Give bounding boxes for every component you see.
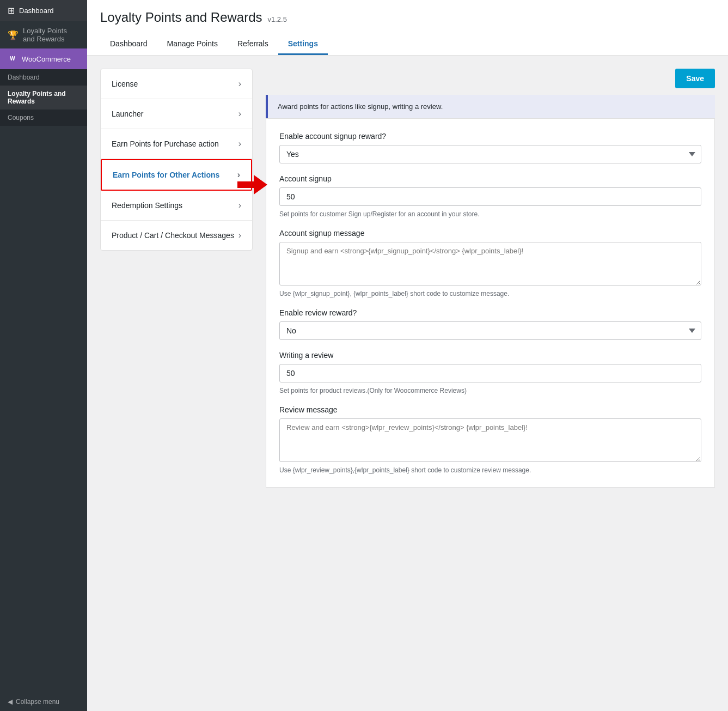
menu-item-earn-purchase[interactable]: Earn Points for Purchase action ›: [101, 129, 252, 159]
chevron-right-icon: ›: [238, 79, 241, 89]
save-button[interactable]: Save: [675, 69, 715, 88]
signup-message-hint: Use {wlpr_signup_point}, {wlpr_points_la…: [279, 290, 701, 297]
arrow-annotation: [237, 175, 267, 195]
sidebar-item-dashboard[interactable]: ⊞ Dashboard: [0, 0, 87, 21]
sidebar-sub-label: Loyalty Points and Rewards: [8, 90, 79, 105]
sidebar-item-woo-dashboard[interactable]: Dashboard: [0, 69, 87, 86]
tab-manage-points[interactable]: Manage Points: [157, 34, 228, 55]
review-message-group: Review message Use {wlpr_review_points},…: [279, 405, 701, 474]
signup-reward-label: Enable account signup reward?: [279, 132, 701, 141]
menu-item-license[interactable]: License ›: [101, 69, 252, 99]
left-menu-panel: License › Launcher › Earn Points for Pur…: [100, 69, 253, 251]
signup-message-textarea[interactable]: [279, 242, 701, 285]
review-reward-select[interactable]: No Yes: [279, 321, 701, 340]
signup-reward-select[interactable]: Yes No: [279, 145, 701, 163]
review-reward-label: Enable review reward?: [279, 308, 701, 317]
menu-item-earn-other[interactable]: Earn Points for Other Actions ›: [101, 159, 252, 191]
review-message-hint: Use {wlpr_review_points},{wlpr_points_la…: [279, 466, 701, 474]
tab-settings[interactable]: Settings: [278, 34, 328, 55]
review-message-label: Review message: [279, 405, 701, 414]
menu-item-label: Launcher: [112, 110, 143, 118]
info-banner: Award points for actions like signup, wr…: [266, 95, 715, 118]
sidebar-item-woo-loyalty[interactable]: Loyalty Points and Rewards: [0, 86, 87, 110]
menu-item-label: Redemption Settings: [112, 201, 182, 210]
sidebar-sub-label: Dashboard: [8, 74, 40, 81]
tabs-nav: Dashboard Manage Points Referrals Settin…: [100, 34, 715, 55]
menu-item-messages[interactable]: Product / Cart / Checkout Messages ›: [101, 221, 252, 250]
sidebar-sub-label: Coupons: [8, 114, 34, 121]
loyalty-icon: 🏆: [8, 30, 19, 40]
page-title-row: Loyalty Points and Rewards v1.2.5: [100, 10, 715, 25]
sidebar-item-loyalty[interactable]: 🏆 Loyalty Points and Rewards: [0, 21, 87, 48]
writing-review-hint: Set points for product reviews.(Only for…: [279, 387, 701, 394]
page-header: Loyalty Points and Rewards v1.2.5 Dashbo…: [87, 0, 728, 56]
writing-review-input[interactable]: [279, 364, 701, 382]
sidebar-item-label: Dashboard: [19, 7, 54, 15]
content-area: License › Launcher › Earn Points for Pur…: [87, 56, 728, 711]
writing-review-label: Writing a review: [279, 351, 701, 360]
tab-referrals[interactable]: Referrals: [228, 34, 278, 55]
menu-item-label: Product / Cart / Checkout Messages: [112, 231, 234, 240]
review-message-textarea[interactable]: [279, 418, 701, 462]
signup-message-group: Account signup message Use {wlpr_signup_…: [279, 229, 701, 297]
account-signup-hint: Set points for customer Sign up/Register…: [279, 210, 701, 218]
sidebar-item-woo-coupons[interactable]: Coupons: [0, 110, 87, 126]
menu-item-launcher[interactable]: Launcher ›: [101, 99, 252, 129]
dashboard-icon: ⊞: [8, 5, 15, 16]
sidebar: ⊞ Dashboard 🏆 Loyalty Points and Rewards…: [0, 0, 87, 711]
main-content: Loyalty Points and Rewards v1.2.5 Dashbo…: [87, 0, 728, 711]
collapse-icon: ◀: [8, 698, 13, 706]
chevron-right-icon: ›: [238, 109, 241, 119]
page-title: Loyalty Points and Rewards: [100, 10, 262, 25]
menu-item-label: License: [112, 80, 138, 88]
woo-icon: W: [8, 54, 17, 64]
review-reward-group: Enable review reward? No Yes: [279, 308, 701, 340]
account-signup-input[interactable]: [279, 187, 701, 206]
chevron-right-icon: ›: [238, 230, 241, 240]
sidebar-item-label: WooCommerce: [22, 55, 71, 63]
red-arrow-icon: [237, 175, 267, 195]
version-badge: v1.2.5: [268, 15, 287, 23]
chevron-right-icon: ›: [238, 139, 241, 149]
menu-item-label: Earn Points for Other Actions: [113, 171, 219, 179]
sidebar-item-woocommerce[interactable]: W WooCommerce: [0, 48, 87, 69]
sidebar-submenu: Dashboard Loyalty Points and Rewards Cou…: [0, 69, 87, 126]
right-panel: Save Award points for actions like signu…: [266, 69, 715, 698]
menu-item-redemption[interactable]: Redemption Settings ›: [101, 191, 252, 221]
account-signup-label: Account signup: [279, 174, 701, 183]
sidebar-item-label: Loyalty Points and Rewards: [23, 27, 79, 43]
collapse-label: Collapse menu: [16, 698, 59, 706]
chevron-right-icon: ›: [238, 200, 241, 210]
svg-marker-0: [237, 175, 267, 195]
collapse-menu-button[interactable]: ◀ Collapse menu: [0, 692, 87, 711]
account-signup-group: Account signup Set points for customer S…: [279, 174, 701, 218]
signup-reward-group: Enable account signup reward? Yes No: [279, 132, 701, 163]
settings-form: Enable account signup reward? Yes No Acc…: [266, 118, 715, 488]
writing-review-group: Writing a review Set points for product …: [279, 351, 701, 394]
signup-message-label: Account signup message: [279, 229, 701, 238]
menu-item-label: Earn Points for Purchase action: [112, 139, 219, 148]
save-button-row: Save: [266, 69, 715, 88]
tab-dashboard[interactable]: Dashboard: [100, 34, 157, 55]
